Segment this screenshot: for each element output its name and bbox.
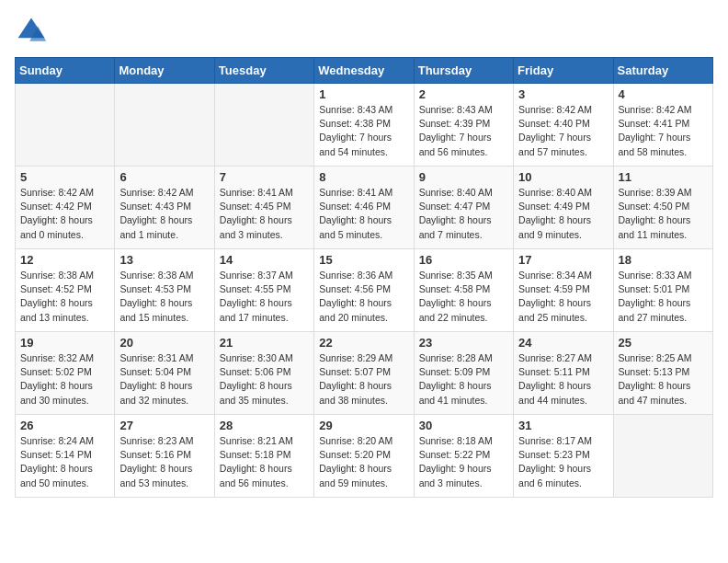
- calendar-day-cell: 28Sunrise: 8:21 AM Sunset: 5:18 PM Dayli…: [214, 415, 313, 498]
- calendar-day-cell: 31Sunrise: 8:17 AM Sunset: 5:23 PM Dayli…: [514, 415, 613, 498]
- day-number: 16: [419, 253, 508, 267]
- day-info: Sunrise: 8:30 AM Sunset: 5:06 PM Dayligh…: [220, 351, 309, 408]
- day-info: Sunrise: 8:21 AM Sunset: 5:18 PM Dayligh…: [220, 434, 309, 490]
- day-info: Sunrise: 8:35 AM Sunset: 4:58 PM Dayligh…: [419, 269, 508, 325]
- day-number: 26: [20, 419, 109, 432]
- calendar-day-cell: 8Sunrise: 8:41 AM Sunset: 4:46 PM Daylig…: [314, 167, 414, 249]
- calendar-day-cell: 27Sunrise: 8:23 AM Sunset: 5:16 PM Dayli…: [115, 415, 214, 498]
- calendar-day-cell: 29Sunrise: 8:20 AM Sunset: 5:20 PM Dayli…: [314, 415, 414, 498]
- calendar-day-cell: 30Sunrise: 8:18 AM Sunset: 5:22 PM Dayli…: [414, 415, 513, 498]
- day-info: Sunrise: 8:41 AM Sunset: 4:46 PM Dayligh…: [319, 186, 408, 242]
- calendar-week-row: 5Sunrise: 8:42 AM Sunset: 4:42 PM Daylig…: [16, 167, 713, 249]
- day-number: 30: [419, 419, 508, 432]
- day-number: 21: [220, 336, 309, 350]
- day-number: 14: [220, 253, 309, 267]
- day-info: Sunrise: 8:38 AM Sunset: 4:53 PM Dayligh…: [119, 269, 209, 325]
- day-number: 11: [619, 170, 708, 184]
- calendar-day-cell: 12Sunrise: 8:38 AM Sunset: 4:52 PM Dayli…: [16, 249, 115, 332]
- calendar-day-cell: 20Sunrise: 8:31 AM Sunset: 5:04 PM Dayli…: [115, 332, 214, 415]
- calendar-day-cell: [613, 415, 712, 498]
- calendar-day-cell: 11Sunrise: 8:39 AM Sunset: 4:50 PM Dayli…: [613, 167, 712, 249]
- calendar-day-cell: 17Sunrise: 8:34 AM Sunset: 4:59 PM Dayli…: [514, 249, 613, 332]
- day-info: Sunrise: 8:27 AM Sunset: 5:11 PM Dayligh…: [518, 351, 608, 408]
- day-info: Sunrise: 8:37 AM Sunset: 4:55 PM Dayligh…: [220, 269, 309, 325]
- day-info: Sunrise: 8:41 AM Sunset: 4:45 PM Dayligh…: [220, 186, 309, 242]
- day-number: 12: [20, 253, 109, 267]
- day-info: Sunrise: 8:42 AM Sunset: 4:41 PM Dayligh…: [619, 103, 708, 159]
- day-number: 19: [20, 336, 109, 350]
- calendar-day-cell: 23Sunrise: 8:28 AM Sunset: 5:09 PM Dayli…: [414, 332, 513, 415]
- calendar-day-header: Tuesday: [214, 58, 313, 84]
- calendar-day-header: Monday: [115, 58, 214, 84]
- day-number: 6: [119, 170, 209, 184]
- calendar-day-cell: 22Sunrise: 8:29 AM Sunset: 5:07 PM Dayli…: [314, 332, 414, 415]
- calendar-week-row: 12Sunrise: 8:38 AM Sunset: 4:52 PM Dayli…: [16, 249, 713, 332]
- day-number: 28: [220, 419, 309, 432]
- day-info: Sunrise: 8:20 AM Sunset: 5:20 PM Dayligh…: [319, 434, 408, 490]
- calendar-day-cell: 14Sunrise: 8:37 AM Sunset: 4:55 PM Dayli…: [214, 249, 313, 332]
- calendar-table: SundayMondayTuesdayWednesdayThursdayFrid…: [15, 57, 713, 498]
- day-number: 5: [20, 170, 109, 184]
- day-number: 1: [319, 87, 408, 101]
- day-info: Sunrise: 8:36 AM Sunset: 4:56 PM Dayligh…: [319, 269, 408, 325]
- day-info: Sunrise: 8:23 AM Sunset: 5:16 PM Dayligh…: [119, 434, 209, 490]
- day-number: 22: [319, 336, 408, 350]
- day-number: 31: [518, 419, 608, 432]
- day-number: 2: [419, 87, 508, 101]
- day-info: Sunrise: 8:43 AM Sunset: 4:39 PM Dayligh…: [419, 103, 508, 159]
- calendar-day-header: Sunday: [16, 58, 115, 84]
- day-info: Sunrise: 8:31 AM Sunset: 5:04 PM Dayligh…: [119, 351, 209, 408]
- calendar-day-cell: 6Sunrise: 8:42 AM Sunset: 4:43 PM Daylig…: [115, 167, 214, 249]
- day-info: Sunrise: 8:18 AM Sunset: 5:22 PM Dayligh…: [419, 434, 508, 490]
- day-number: 18: [619, 253, 708, 267]
- calendar-day-header: Wednesday: [314, 58, 414, 84]
- day-info: Sunrise: 8:34 AM Sunset: 4:59 PM Dayligh…: [518, 269, 608, 325]
- day-number: 9: [419, 170, 508, 184]
- calendar-day-cell: [16, 84, 115, 167]
- calendar-day-cell: 24Sunrise: 8:27 AM Sunset: 5:11 PM Dayli…: [514, 332, 613, 415]
- day-number: 15: [319, 253, 408, 267]
- day-number: 3: [518, 87, 608, 101]
- calendar-day-cell: 21Sunrise: 8:30 AM Sunset: 5:06 PM Dayli…: [214, 332, 313, 415]
- day-number: 24: [518, 336, 608, 350]
- calendar-day-cell: 3Sunrise: 8:42 AM Sunset: 4:40 PM Daylig…: [514, 84, 613, 167]
- calendar-day-cell: 13Sunrise: 8:38 AM Sunset: 4:53 PM Dayli…: [115, 249, 214, 332]
- day-number: 13: [119, 253, 209, 267]
- calendar-day-cell: [214, 84, 313, 167]
- day-info: Sunrise: 8:42 AM Sunset: 4:42 PM Dayligh…: [20, 186, 109, 242]
- day-info: Sunrise: 8:40 AM Sunset: 4:47 PM Dayligh…: [419, 186, 508, 242]
- day-info: Sunrise: 8:43 AM Sunset: 4:38 PM Dayligh…: [319, 103, 408, 159]
- day-info: Sunrise: 8:17 AM Sunset: 5:23 PM Dayligh…: [518, 434, 608, 490]
- calendar-day-cell: 4Sunrise: 8:42 AM Sunset: 4:41 PM Daylig…: [613, 84, 712, 167]
- calendar-body: 1Sunrise: 8:43 AM Sunset: 4:38 PM Daylig…: [16, 84, 713, 498]
- calendar-day-cell: 16Sunrise: 8:35 AM Sunset: 4:58 PM Dayli…: [414, 249, 513, 332]
- calendar-day-cell: 15Sunrise: 8:36 AM Sunset: 4:56 PM Dayli…: [314, 249, 414, 332]
- day-info: Sunrise: 8:25 AM Sunset: 5:13 PM Dayligh…: [619, 351, 708, 408]
- calendar-day-cell: 2Sunrise: 8:43 AM Sunset: 4:39 PM Daylig…: [414, 84, 513, 167]
- calendar-week-row: 26Sunrise: 8:24 AM Sunset: 5:14 PM Dayli…: [16, 415, 713, 498]
- day-number: 4: [619, 87, 708, 101]
- calendar-day-header: Thursday: [414, 58, 513, 84]
- calendar-day-cell: 5Sunrise: 8:42 AM Sunset: 4:42 PM Daylig…: [16, 167, 115, 249]
- day-info: Sunrise: 8:40 AM Sunset: 4:49 PM Dayligh…: [518, 186, 608, 242]
- day-info: Sunrise: 8:38 AM Sunset: 4:52 PM Dayligh…: [20, 269, 109, 325]
- day-number: 7: [220, 170, 309, 184]
- day-info: Sunrise: 8:39 AM Sunset: 4:50 PM Dayligh…: [619, 186, 708, 242]
- page-header: [15, 15, 713, 48]
- calendar-day-header: Saturday: [613, 58, 712, 84]
- calendar-day-cell: 7Sunrise: 8:41 AM Sunset: 4:45 PM Daylig…: [214, 167, 313, 249]
- day-number: 10: [518, 170, 608, 184]
- day-info: Sunrise: 8:28 AM Sunset: 5:09 PM Dayligh…: [419, 351, 508, 408]
- day-info: Sunrise: 8:29 AM Sunset: 5:07 PM Dayligh…: [319, 351, 408, 408]
- day-number: 8: [319, 170, 408, 184]
- calendar-day-cell: 10Sunrise: 8:40 AM Sunset: 4:49 PM Dayli…: [514, 167, 613, 249]
- day-number: 25: [619, 336, 708, 350]
- calendar-day-cell: 18Sunrise: 8:33 AM Sunset: 5:01 PM Dayli…: [613, 249, 712, 332]
- logo-icon: [15, 15, 48, 48]
- day-info: Sunrise: 8:32 AM Sunset: 5:02 PM Dayligh…: [20, 351, 109, 408]
- calendar-day-cell: 19Sunrise: 8:32 AM Sunset: 5:02 PM Dayli…: [16, 332, 115, 415]
- day-info: Sunrise: 8:33 AM Sunset: 5:01 PM Dayligh…: [619, 269, 708, 325]
- calendar-day-header: Friday: [514, 58, 613, 84]
- day-number: 27: [119, 419, 209, 432]
- day-number: 29: [319, 419, 408, 432]
